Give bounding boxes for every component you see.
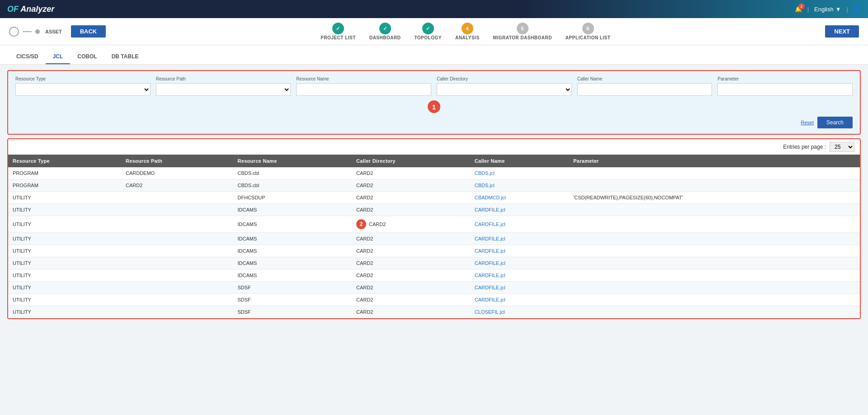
tab-cobol[interactable]: COBOL [70, 50, 104, 64]
step-circle-migrator: 5 [517, 23, 528, 34]
resource-type-field: Resource Type [15, 76, 151, 96]
tab-cics-sd[interactable]: CICS/SD [9, 50, 46, 64]
resource-type-label: Resource Type [15, 76, 151, 81]
cell-resource-path [121, 269, 233, 282]
table-body: PROGRAM CARDDEMO CBDS.cbl CARD2 CBDS.jcl… [8, 167, 860, 318]
cell-parameter [569, 282, 860, 294]
nav-bar: ASSET BACK ✓ PROJECT LIST ✓ DASHBOARD ✓ … [0, 18, 868, 45]
filter-row: Resource Type Resource Path Resource Nam… [15, 76, 853, 96]
caller-name-link[interactable]: CBDS.jcl [475, 170, 495, 176]
caller-name-link[interactable]: CARDFILE.jcl [475, 207, 505, 212]
cell-resource-path [121, 192, 233, 204]
col-resource-path: Resource Path [121, 155, 233, 167]
bell-icon[interactable]: 🔔 2 [795, 6, 802, 13]
back-button[interactable]: BACK [71, 25, 106, 38]
caller-name-input[interactable] [577, 83, 712, 96]
tab-jcl[interactable]: JCL [46, 50, 71, 64]
caller-directory-select[interactable] [437, 83, 572, 96]
caller-name-link[interactable]: CARDFILE.jcl [475, 297, 505, 302]
step-app-list: 6 APPLICATION LIST [566, 23, 610, 40]
cell-resource-name: CBDS.cbl [233, 179, 352, 192]
filter-bottom: Reset Search [15, 117, 853, 128]
cell-resource-path [121, 245, 233, 257]
asset-label: ASSET [45, 29, 62, 34]
user-icon[interactable]: 👤 [854, 6, 861, 13]
cell-parameter [569, 233, 860, 245]
cell-parameter [569, 179, 860, 192]
table-row: UTILITY IDCAMS CARD2 CARDFILE.jcl [8, 257, 860, 269]
cell-caller-name: CLOSEFIL.jcl [470, 306, 569, 318]
caller-name-link[interactable]: CARDFILE.jcl [475, 222, 505, 227]
table-row: PROGRAM CARDDEMO CBDS.cbl CARD2 CBDS.jcl [8, 167, 860, 179]
parameter-label: Parameter [717, 76, 853, 81]
table-row: UTILITY SDSF CARD2 CARDFILE.jcl [8, 282, 860, 294]
divider-2: | [847, 6, 848, 13]
cell-resource-type: UTILITY [8, 257, 121, 269]
cell-caller-directory: CARD2 [352, 269, 470, 282]
parameter-field: Parameter [717, 76, 853, 96]
cell-caller-directory: 2CARD2 [352, 216, 470, 233]
entries-per-page-select[interactable]: 25 50 100 [830, 142, 854, 152]
caller-directory-field: Caller Directory [437, 76, 572, 96]
chevron-down-icon: ▼ [835, 6, 841, 13]
cell-resource-name: IDCAMS [233, 216, 352, 233]
cell-caller-directory: CARD2 [352, 233, 470, 245]
caller-name-label: Caller Name [577, 76, 712, 81]
cell-caller-directory: CARD2 [352, 282, 470, 294]
parameter-input[interactable] [717, 83, 853, 96]
search-button[interactable]: Search [817, 117, 853, 128]
cell-caller-directory: CARD2 [352, 257, 470, 269]
caller-name-link[interactable]: CLOSEFIL.jcl [475, 309, 505, 315]
resource-path-select[interactable] [156, 83, 291, 96]
next-button[interactable]: NEXT [825, 25, 859, 38]
language-selector[interactable]: English ▼ [814, 6, 841, 13]
step-circle-dashboard: ✓ [379, 23, 391, 34]
cell-resource-name: SDSF [233, 306, 352, 318]
cell-resource-type: UTILITY [8, 233, 121, 245]
col-resource-name: Resource Name [233, 155, 352, 167]
caller-name-link[interactable]: CBADMCD.jcl [475, 195, 506, 200]
cell-resource-name: IDCAMS [233, 233, 352, 245]
cell-parameter [569, 204, 860, 216]
cell-caller-directory: CARD2 [352, 204, 470, 216]
step-circle-analysis: 4 [462, 23, 473, 34]
cell-resource-name: DFHCSDUP [233, 192, 352, 204]
reset-button[interactable]: Reset [801, 117, 814, 128]
resource-name-label: Resource Name [296, 76, 431, 81]
table-row: UTILITY DFHCSDUP CARD2 CBADMCD.jcl 'CSD(… [8, 192, 860, 204]
cell-resource-type: PROGRAM [8, 167, 121, 179]
table-header: Resource Type Resource Path Resource Nam… [8, 155, 860, 167]
cell-caller-name: CARDFILE.jcl [470, 257, 569, 269]
app-header: OF Analyzer 🔔 2 | English ▼ | 👤 [0, 0, 868, 18]
cell-resource-path [121, 257, 233, 269]
caller-name-link[interactable]: CARDFILE.jcl [475, 273, 505, 278]
caller-name-link[interactable]: CBDS.jcl [475, 183, 495, 188]
resource-type-select[interactable] [15, 83, 151, 96]
cell-resource-name: IDCAMS [233, 245, 352, 257]
table-row: UTILITY IDCAMS CARD2 CARDFILE.jcl [8, 204, 860, 216]
tabs-bar: CICS/SD JCL COBOL DB TABLE [0, 45, 868, 65]
cell-parameter [569, 269, 860, 282]
cell-resource-path: CARDDEMO [121, 167, 233, 179]
step-dashboard: ✓ DASHBOARD [369, 23, 401, 40]
table-row: UTILITY SDSF CARD2 CLOSEFIL.jcl [8, 306, 860, 318]
tab-db-table[interactable]: DB TABLE [104, 50, 146, 64]
caller-name-link[interactable]: CARDFILE.jcl [475, 260, 505, 266]
resource-name-input[interactable] [296, 83, 431, 96]
col-caller-directory: Caller Directory [352, 155, 470, 167]
col-resource-type: Resource Type [8, 155, 121, 167]
cell-parameter [569, 306, 860, 318]
caller-name-link[interactable]: CARDFILE.jcl [475, 236, 505, 241]
caller-name-link[interactable]: CARDFILE.jcl [475, 285, 505, 290]
caller-name-link[interactable]: CARDFILE.jcl [475, 248, 505, 254]
step-circle-topology: ✓ [422, 23, 434, 34]
cell-parameter [569, 257, 860, 269]
step-label-project-list: PROJECT LIST [321, 35, 356, 40]
cell-caller-name: CARDFILE.jcl [470, 282, 569, 294]
resource-name-field: Resource Name [296, 76, 431, 96]
table-controls: Entries per page : 25 50 100 [8, 139, 860, 155]
resource-path-field: Resource Path [156, 76, 291, 96]
logo-of: OF [7, 5, 19, 14]
steps-container: ✓ PROJECT LIST ✓ DASHBOARD ✓ TOPOLOGY 4 … [115, 23, 816, 40]
step-label-app-list: APPLICATION LIST [566, 35, 610, 40]
